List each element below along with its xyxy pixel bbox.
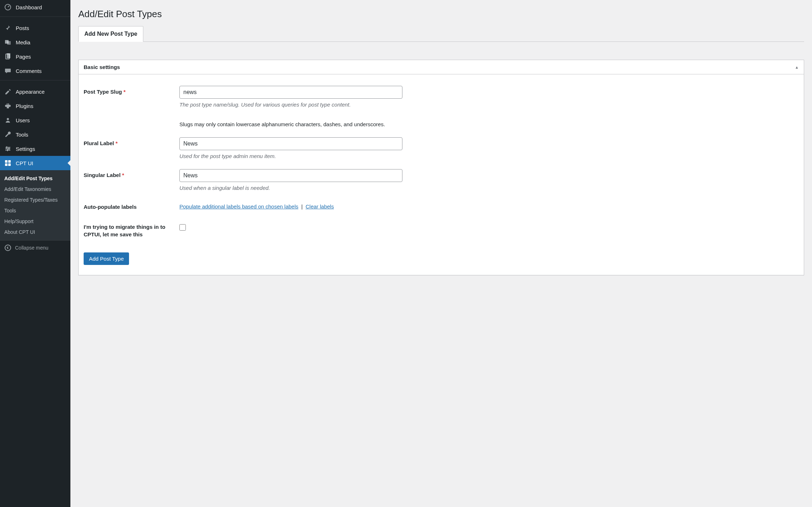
sidebar-item-tools[interactable]: Tools [0, 127, 70, 142]
sidebar-item-plugins[interactable]: Plugins [0, 99, 70, 113]
tabs: Add New Post Type [78, 26, 804, 42]
admin-sidebar: Dashboard Posts Media Pages Comments App… [0, 0, 70, 507]
row-plural-label: Plural Label * Used for the post type ad… [84, 137, 799, 159]
row-post-type-slug: Post Type Slug * The post type name/slug… [84, 86, 799, 127]
desc-plural: Used for the post type admin menu item. [179, 153, 407, 159]
input-singular-label[interactable] [179, 169, 402, 182]
users-icon [4, 117, 11, 124]
svg-rect-15 [8, 163, 11, 166]
link-populate-labels[interactable]: Populate additional labels based on chos… [179, 203, 298, 210]
sidebar-item-dashboard[interactable]: Dashboard [0, 0, 70, 14]
label-singular: Singular Label * [84, 169, 179, 179]
note-post-type-slug: Slugs may only contain lowercase alphanu… [179, 121, 407, 127]
sidebar-item-label: Posts [16, 25, 29, 31]
svg-rect-2 [7, 41, 11, 45]
svg-rect-14 [5, 163, 8, 166]
sidebar-item-cptui[interactable]: CPT UI [0, 156, 70, 170]
collapse-icon [4, 244, 11, 251]
sidebar-item-label: Appearance [16, 89, 45, 95]
page-title: Add/Edit Post Types [78, 0, 804, 26]
panel-toggle-icon[interactable]: ▲ [795, 65, 799, 69]
sidebar-item-label: Dashboard [16, 4, 42, 10]
sidebar-item-label: Comments [16, 68, 42, 74]
svg-rect-7 [5, 148, 10, 149]
svg-rect-4 [7, 53, 10, 58]
pin-icon [4, 24, 11, 31]
label-migrate: I'm trying to migrate things in to CPTUI… [84, 221, 179, 238]
basic-settings-panel: Basic settings ▲ Post Type Slug * The po… [78, 60, 804, 275]
submenu-item-add-edit-taxonomies[interactable]: Add/Edit Taxonomies [0, 184, 70, 195]
svg-point-16 [5, 245, 11, 251]
input-plural-label[interactable] [179, 137, 402, 150]
submenu-item-help-support[interactable]: Help/Support [0, 216, 70, 227]
sidebar-item-label: Tools [16, 132, 28, 138]
sidebar-item-label: Plugins [16, 103, 33, 109]
link-clear-labels[interactable]: Clear labels [306, 203, 334, 210]
tab-add-new-post-type[interactable]: Add New Post Type [78, 26, 143, 42]
svg-rect-10 [9, 148, 9, 150]
pages-icon [4, 53, 11, 60]
svg-rect-12 [5, 160, 8, 163]
desc-singular: Used when a singular label is needed. [179, 185, 407, 191]
collapse-menu-button[interactable]: Collapse menu [0, 240, 70, 255]
svg-rect-13 [8, 160, 11, 163]
svg-rect-11 [7, 149, 8, 151]
sidebar-item-label: Users [16, 117, 30, 123]
main-content: Add/Edit Post Types Add New Post Type Ba… [70, 0, 812, 507]
media-icon [4, 39, 11, 46]
sidebar-item-label: Settings [16, 146, 35, 152]
sidebar-item-comments[interactable]: Comments [0, 64, 70, 78]
menu-separator [0, 80, 70, 82]
submenu-item-about-cpt-ui[interactable]: About CPT UI [0, 227, 70, 237]
separator: | [300, 203, 304, 210]
sidebar-item-appearance[interactable]: Appearance [0, 84, 70, 99]
svg-rect-9 [6, 146, 7, 148]
tools-icon [4, 131, 11, 138]
label-autopopulate: Auto-populate labels [84, 201, 179, 211]
row-singular-label: Singular Label * Used when a singular la… [84, 169, 799, 191]
sidebar-item-media[interactable]: Media [0, 35, 70, 49]
sidebar-item-label: CPT UI [16, 160, 33, 166]
dashboard-icon [4, 4, 11, 11]
submenu-item-registered-types-taxes[interactable]: Registered Types/Taxes [0, 195, 70, 205]
label-plural: Plural Label * [84, 137, 179, 147]
submenu-cptui: Add/Edit Post Types Add/Edit Taxonomies … [0, 170, 70, 240]
panel-header: Basic settings ▲ [79, 60, 804, 74]
row-migrate: I'm trying to migrate things in to CPTUI… [84, 221, 799, 238]
sidebar-item-pages[interactable]: Pages [0, 49, 70, 64]
collapse-label: Collapse menu [15, 245, 48, 251]
panel-title: Basic settings [84, 64, 120, 70]
input-post-type-slug[interactable] [179, 86, 402, 99]
add-post-type-button[interactable]: Add Post Type [84, 252, 129, 265]
panel-body: Post Type Slug * The post type name/slug… [79, 74, 804, 275]
appearance-icon [4, 88, 11, 95]
row-autopopulate: Auto-populate labels Populate additional… [84, 201, 799, 211]
sidebar-item-label: Pages [16, 54, 31, 60]
sidebar-item-settings[interactable]: Settings [0, 142, 70, 156]
submenu-item-add-edit-post-types[interactable]: Add/Edit Post Types [0, 173, 70, 184]
sidebar-item-label: Media [16, 39, 30, 45]
plugins-icon [4, 102, 11, 109]
cptui-icon [4, 159, 11, 167]
svg-rect-6 [5, 147, 10, 148]
sidebar-item-posts[interactable]: Posts [0, 21, 70, 35]
row-submit: Add Post Type [84, 252, 799, 265]
label-post-type-slug: Post Type Slug * [84, 86, 179, 95]
menu-separator [0, 16, 70, 19]
comments-icon [4, 67, 11, 74]
desc-post-type-slug: The post type name/slug. Used for variou… [179, 102, 407, 108]
submenu-item-tools[interactable]: Tools [0, 205, 70, 216]
sidebar-item-users[interactable]: Users [0, 113, 70, 127]
settings-icon [4, 145, 11, 152]
checkbox-migrate[interactable] [179, 224, 186, 231]
svg-point-5 [7, 118, 9, 120]
